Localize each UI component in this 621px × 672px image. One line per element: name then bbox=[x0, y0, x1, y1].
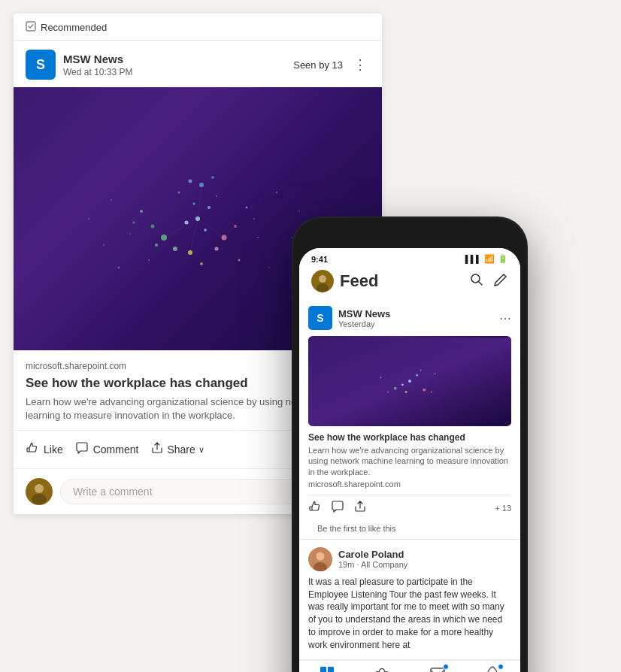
svg-point-14 bbox=[200, 262, 203, 265]
phone-post-name: MSW News bbox=[338, 308, 499, 319]
recommended-label: Recommended bbox=[41, 22, 107, 33]
share-label: Share bbox=[167, 443, 195, 456]
svg-point-23 bbox=[148, 259, 150, 261]
svg-point-26 bbox=[257, 237, 259, 238]
svg-point-51 bbox=[416, 374, 418, 377]
svg-point-17 bbox=[189, 180, 192, 183]
svg-point-53 bbox=[394, 387, 397, 390]
phone-seen-count: + 13 bbox=[495, 504, 511, 513]
svg-point-68 bbox=[380, 668, 385, 672]
comment-icon bbox=[75, 441, 89, 458]
inbox-badge bbox=[443, 664, 449, 670]
svg-point-60 bbox=[387, 392, 389, 393]
share-chevron: ∨ bbox=[198, 445, 204, 455]
svg-point-41 bbox=[88, 218, 89, 219]
post-author-name: MSW News bbox=[63, 53, 293, 65]
seen-by-count: Seen by 13 bbox=[293, 59, 343, 71]
phone-screen: 9:41 ▌▌▌ 📶 🔋 Fee bbox=[299, 248, 520, 672]
status-icons: ▌▌▌ 📶 🔋 bbox=[465, 254, 508, 264]
svg-point-43 bbox=[35, 484, 44, 493]
svg-point-20 bbox=[140, 210, 143, 213]
post-header-right: Seen by 13 ⋮ bbox=[293, 55, 370, 74]
phone-post-actions: + 13 bbox=[308, 495, 511, 521]
comment-label: Comment bbox=[93, 443, 139, 456]
svg-line-28 bbox=[164, 219, 198, 238]
phone-sp-avatar: S bbox=[308, 306, 332, 330]
svg-point-9 bbox=[155, 244, 158, 247]
wifi-icon: 📶 bbox=[484, 254, 495, 264]
feed-title: Feed bbox=[340, 271, 378, 291]
svg-point-37 bbox=[103, 244, 105, 246]
svg-line-31 bbox=[190, 219, 198, 253]
svg-point-50 bbox=[408, 380, 411, 383]
phone-like-text: Be the first to like this bbox=[308, 521, 511, 539]
svg-point-2 bbox=[208, 206, 211, 209]
phone-time: 9:41 bbox=[311, 255, 328, 264]
svg-point-19 bbox=[253, 218, 255, 219]
svg-rect-64 bbox=[320, 667, 326, 672]
svg-point-46 bbox=[319, 275, 326, 283]
phone-notch bbox=[372, 227, 447, 245]
phone-post-author: MSW News Yesterday bbox=[338, 308, 499, 328]
svg-line-32 bbox=[153, 226, 164, 238]
phone-compose-button[interactable] bbox=[493, 272, 508, 291]
svg-point-16 bbox=[211, 176, 214, 179]
share-icon bbox=[150, 441, 164, 458]
nav-notifications[interactable]: Notifications bbox=[465, 665, 521, 672]
avatar-letter: S bbox=[36, 57, 45, 73]
phone-post2-body: It was a real pleasure to participate in… bbox=[308, 576, 511, 652]
svg-point-58 bbox=[435, 373, 436, 374]
svg-point-21 bbox=[133, 222, 135, 224]
signal-icon: ▌▌▌ bbox=[465, 255, 481, 263]
phone-post-time: Yesterday bbox=[338, 319, 499, 328]
nav-feed[interactable]: Feed bbox=[299, 665, 355, 672]
nav-feed-icon bbox=[319, 665, 335, 672]
phone-comment-icon[interactable] bbox=[331, 500, 344, 516]
phone-header-icons bbox=[469, 272, 508, 291]
phone-app-header: Feed bbox=[299, 267, 520, 300]
phone-post2-name: Carole Poland bbox=[338, 549, 407, 560]
nav-communities[interactable]: Communities bbox=[355, 665, 410, 672]
battery-icon: 🔋 bbox=[498, 254, 508, 264]
svg-line-29 bbox=[198, 219, 224, 238]
svg-point-12 bbox=[215, 247, 219, 251]
phone-link-domain: microsoft.sharepoint.com bbox=[308, 480, 511, 489]
phone-second-post: Carole Poland 19m · All Company It was a… bbox=[299, 540, 520, 660]
svg-line-33 bbox=[224, 226, 235, 238]
svg-point-25 bbox=[178, 192, 180, 194]
share-button[interactable]: Share ∨ bbox=[150, 435, 216, 464]
svg-point-27 bbox=[129, 233, 131, 235]
phone-search-button[interactable] bbox=[469, 272, 484, 291]
svg-point-54 bbox=[423, 389, 426, 392]
phone-more-button[interactable]: ⋯ bbox=[499, 311, 511, 325]
phone-frame: 9:41 ▌▌▌ 📶 🔋 Fee bbox=[293, 218, 526, 672]
svg-point-52 bbox=[401, 383, 404, 386]
post-time: Wed at 10:33 PM bbox=[63, 67, 293, 77]
comment-button[interactable]: Comment bbox=[75, 435, 151, 464]
like-button[interactable]: Like bbox=[26, 435, 75, 464]
phone-avatar-letter: S bbox=[317, 312, 323, 324]
nav-inbox[interactable]: Inbox bbox=[410, 665, 465, 672]
comment-placeholder: Write a comment bbox=[73, 486, 153, 498]
recommended-icon bbox=[26, 21, 36, 34]
svg-point-44 bbox=[32, 494, 47, 504]
svg-point-38 bbox=[268, 267, 270, 268]
sharepoint-avatar: S bbox=[26, 50, 56, 80]
nav-communities-icon bbox=[374, 665, 390, 672]
phone-like-icon[interactable] bbox=[308, 500, 322, 516]
phone-post2-time: 19m · All Company bbox=[338, 560, 407, 569]
phone-status-bar: 9:41 ▌▌▌ 📶 🔋 bbox=[299, 248, 520, 267]
svg-point-59 bbox=[431, 392, 432, 393]
phone-post2-header: Carole Poland 19m · All Company bbox=[308, 547, 511, 571]
phone-post-image bbox=[308, 336, 511, 426]
like-label: Like bbox=[44, 443, 63, 456]
svg-point-48 bbox=[471, 274, 480, 283]
phone-post2-info: Carole Poland 19m · All Company bbox=[338, 549, 407, 569]
svg-point-4 bbox=[204, 229, 207, 232]
post-header: S MSW News Wed at 10:33 PM Seen by 13 ⋮ bbox=[14, 41, 382, 87]
svg-line-30 bbox=[198, 185, 201, 219]
svg-point-57 bbox=[380, 377, 381, 378]
more-options-button[interactable]: ⋮ bbox=[350, 55, 370, 74]
svg-point-3 bbox=[185, 221, 189, 225]
phone-share-icon[interactable] bbox=[353, 500, 367, 516]
